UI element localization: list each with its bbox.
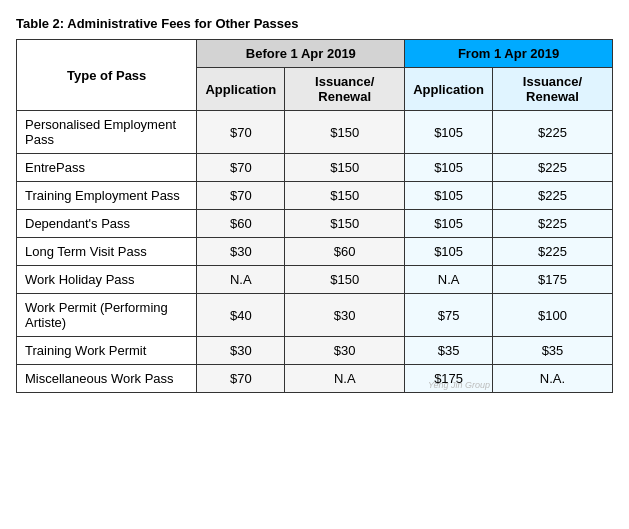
before-application: $70 [197,365,285,393]
from-application: $105 [405,154,493,182]
subheader-before-app: Application [197,68,285,111]
row-type: Miscellaneous Work Pass [17,365,197,393]
from-application: $175Yeng Jin Group [405,365,493,393]
from-application: $105 [405,210,493,238]
from-issuance: $225 [492,182,612,210]
before-application: $40 [197,294,285,337]
subheader-from-app: Application [405,68,493,111]
before-issuance: $30 [285,294,405,337]
before-issuance: N.A [285,365,405,393]
before-issuance: $30 [285,337,405,365]
from-issuance: $225 [492,238,612,266]
col-header-from: From 1 Apr 2019 [405,40,613,68]
subheader-from-ir: Issuance/ Renewal [492,68,612,111]
before-application: $60 [197,210,285,238]
row-type: EntrePass [17,154,197,182]
from-application: $35 [405,337,493,365]
from-issuance: $225 [492,111,612,154]
from-issuance: $100 [492,294,612,337]
before-issuance: $150 [285,210,405,238]
before-issuance: $150 [285,154,405,182]
from-application: $105 [405,182,493,210]
table-title: Table 2: Administrative Fees for Other P… [16,16,613,31]
from-issuance: $225 [492,154,612,182]
row-type: Work Permit (Performing Artiste) [17,294,197,337]
from-application: $105 [405,238,493,266]
from-application: N.A [405,266,493,294]
subheader-before-ir: Issuance/ Renewal [285,68,405,111]
before-application: $70 [197,154,285,182]
from-issuance: $175 [492,266,612,294]
col-header-before: Before 1 Apr 2019 [197,40,405,68]
row-type: Training Employment Pass [17,182,197,210]
from-issuance: N.A. [492,365,612,393]
row-type: Dependant's Pass [17,210,197,238]
row-type: Personalised Employment Pass [17,111,197,154]
row-type: Work Holiday Pass [17,266,197,294]
before-application: $30 [197,238,285,266]
before-issuance: $150 [285,111,405,154]
fees-table: Type of Pass Before 1 Apr 2019 From 1 Ap… [16,39,613,393]
before-application: $70 [197,182,285,210]
from-issuance: $225 [492,210,612,238]
from-issuance: $35 [492,337,612,365]
before-application: N.A [197,266,285,294]
row-type: Long Term Visit Pass [17,238,197,266]
before-issuance: $60 [285,238,405,266]
from-application: $105 [405,111,493,154]
row-type: Training Work Permit [17,337,197,365]
col-header-type: Type of Pass [17,40,197,111]
from-application: $75 [405,294,493,337]
before-application: $70 [197,111,285,154]
before-application: $30 [197,337,285,365]
before-issuance: $150 [285,182,405,210]
before-issuance: $150 [285,266,405,294]
